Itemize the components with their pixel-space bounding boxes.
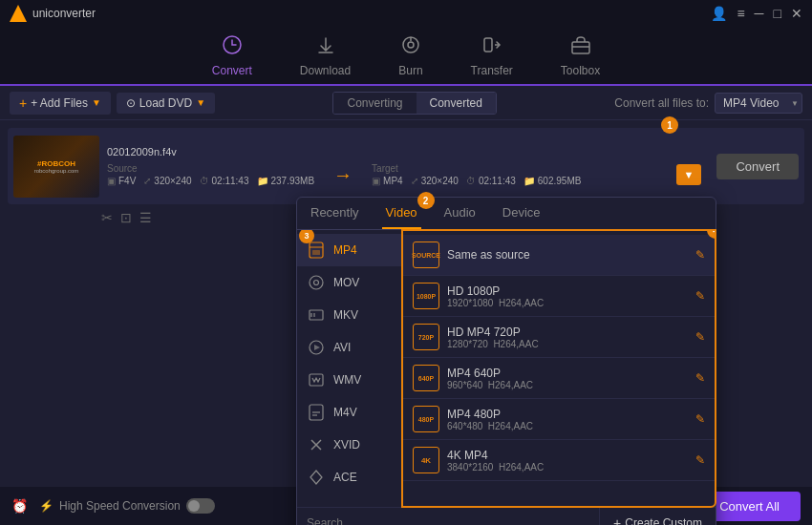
xvid-icon bbox=[307, 435, 326, 454]
preset-640p-edit[interactable]: ✎ bbox=[695, 371, 705, 385]
preset-720p[interactable]: 720P HD MP4 720P 1280*720 H264,AAC ✎ bbox=[403, 317, 715, 358]
preset-4k[interactable]: 4K 4K MP4 3840*2160 H264,AAC ✎ bbox=[403, 440, 715, 481]
format-select[interactable]: MP4 Video MOV Video MKV Video AVI Video bbox=[715, 93, 802, 114]
format-overlay: Recently Video 2 Audio Device bbox=[296, 197, 716, 525]
format-tab-device[interactable]: Device bbox=[499, 198, 545, 229]
preset-source-name: Same as source bbox=[447, 248, 688, 262]
add-files-button[interactable]: + + Add Files ▼ bbox=[10, 92, 111, 115]
xvid-label: XVID bbox=[333, 438, 360, 452]
preset-480p-info: MP4 480P 640*480 H264,AAC bbox=[447, 408, 688, 431]
minimize-icon[interactable]: ─ bbox=[755, 6, 764, 21]
window-controls[interactable]: 👤 ≡ ─ □ ✕ bbox=[711, 6, 802, 21]
format-tabs: Recently Video 2 Audio Device bbox=[297, 198, 716, 230]
preset-720p-name: HD MP4 720P bbox=[447, 326, 688, 339]
file-info: 02012009n.f4v Source ▣ F4V ⤢ 320×240 bbox=[107, 146, 701, 186]
format-wmv[interactable]: WMV bbox=[297, 364, 401, 396]
preset-1080p-name: HD 1080P bbox=[447, 284, 688, 298]
format-mp4[interactable]: MP4 3 bbox=[297, 234, 401, 266]
format-avi[interactable]: AVI bbox=[297, 331, 401, 364]
preset-640p-name: MP4 640P bbox=[447, 367, 688, 380]
format-tab-video[interactable]: Video 2 bbox=[382, 198, 421, 229]
format-tab-recently[interactable]: Recently bbox=[307, 198, 363, 229]
ace-icon bbox=[307, 468, 326, 487]
target-dur-icon: ⏱ bbox=[466, 176, 476, 186]
file-name: 02012009n.f4v bbox=[107, 146, 701, 158]
file-row: #ROBCOH robcohgroup.com 02012009n.f4v So… bbox=[8, 128, 804, 204]
preset-source-edit[interactable]: ✎ bbox=[695, 248, 705, 262]
preset-640p[interactable]: 640P MP4 640P 960*640 H264,AAC ✎ bbox=[403, 358, 715, 399]
format-select-wrapper[interactable]: MP4 Video MOV Video MKV Video AVI Video bbox=[715, 93, 802, 114]
target-format-dropdown[interactable]: ▼ bbox=[676, 164, 702, 185]
folder-icon: 📁 bbox=[257, 176, 268, 186]
svg-marker-25 bbox=[310, 471, 322, 484]
thumb-sub: robcohgroup.com bbox=[34, 168, 79, 174]
target-format-icon: ▣ bbox=[372, 176, 380, 186]
main-content: #ROBCOH robcohgroup.com 02012009n.f4v So… bbox=[0, 120, 812, 487]
load-dvd-button[interactable]: ⊙ Load DVD ▼ bbox=[117, 93, 215, 114]
mp4-icon bbox=[307, 241, 326, 260]
toolbar: + + Add Files ▼ ⊙ Load DVD ▼ Converting … bbox=[0, 86, 812, 120]
converting-tab[interactable]: Converting bbox=[333, 93, 416, 114]
mov-label: MOV bbox=[333, 276, 359, 289]
m4v-icon bbox=[307, 403, 326, 422]
preset-1080p-icon: 1080P bbox=[413, 283, 439, 309]
crop-icon[interactable]: ⊡ bbox=[120, 210, 132, 225]
thumb-text: #ROBCOH bbox=[37, 159, 75, 168]
nav-transfer[interactable]: Transfer bbox=[471, 34, 513, 77]
nav-burn[interactable]: Burn bbox=[398, 34, 422, 77]
create-plus-icon: + bbox=[613, 515, 621, 526]
badge-2: 2 bbox=[417, 192, 435, 209]
nav-download-label: Download bbox=[300, 64, 351, 77]
preset-1080p-info: HD 1080P 1920*1080 H264,AAC bbox=[447, 284, 688, 308]
preset-480p[interactable]: 480P MP4 480P 640*480 H264,AAC ✎ bbox=[403, 399, 715, 440]
target-folder-icon: 📁 bbox=[524, 176, 535, 186]
scissors-icon[interactable]: ✂ bbox=[101, 210, 113, 225]
format-mkv[interactable]: MKV bbox=[297, 299, 401, 331]
duration-icon: ⏱ bbox=[200, 176, 209, 186]
close-icon[interactable]: ✕ bbox=[791, 6, 802, 21]
convert-button[interactable]: Convert bbox=[716, 154, 799, 179]
menu-icon[interactable]: ≡ bbox=[737, 6, 744, 21]
badge-1: 1 bbox=[661, 116, 678, 134]
convert-all-to-section: Convert all files to: MP4 Video MOV Vide… bbox=[614, 93, 802, 114]
nav-bar: Convert Download Burn Tran bbox=[0, 27, 812, 86]
convert-nav-icon bbox=[222, 34, 243, 60]
format-search-input[interactable] bbox=[297, 508, 599, 525]
source-label: Source bbox=[107, 163, 314, 174]
nav-convert[interactable]: Convert bbox=[212, 34, 252, 77]
m4v-label: M4V bbox=[333, 406, 357, 419]
speed-toggle[interactable] bbox=[186, 498, 215, 514]
effects-icon[interactable]: ☰ bbox=[139, 210, 152, 225]
preset-480p-detail: 640*480 H264,AAC bbox=[447, 421, 688, 431]
convert-all-to-label: Convert all files to: bbox=[614, 96, 709, 110]
svg-rect-11 bbox=[312, 250, 320, 255]
maximize-icon[interactable]: □ bbox=[774, 6, 781, 21]
nav-toolbox[interactable]: Toolbox bbox=[561, 34, 600, 77]
preset-480p-edit[interactable]: ✎ bbox=[695, 412, 705, 426]
burn-nav-icon bbox=[400, 34, 421, 60]
create-custom-button[interactable]: + Create Custom bbox=[599, 508, 716, 525]
format-m4v[interactable]: M4V bbox=[297, 396, 401, 429]
user-icon[interactable]: 👤 bbox=[711, 6, 727, 21]
source-resolution: ⤢ 320×240 bbox=[143, 176, 191, 186]
load-dvd-dropdown-icon[interactable]: ▼ bbox=[196, 97, 205, 108]
schedule-icon[interactable]: ⏰ bbox=[11, 498, 28, 514]
preset-1080p[interactable]: 1080P HD 1080P 1920*1080 H264,AAC ✎ bbox=[403, 276, 715, 317]
preset-4k-edit[interactable]: ✎ bbox=[695, 453, 705, 467]
format-mov[interactable]: MOV bbox=[297, 266, 401, 299]
preset-720p-edit[interactable]: ✎ bbox=[695, 330, 705, 344]
format-ace[interactable]: ACE bbox=[297, 461, 401, 494]
nav-download[interactable]: Download bbox=[300, 34, 351, 77]
format-tab-audio[interactable]: Audio bbox=[440, 198, 480, 229]
preset-480p-name: MP4 480P bbox=[447, 408, 688, 421]
mov-icon bbox=[307, 273, 326, 292]
target-res-icon: ⤢ bbox=[411, 176, 418, 186]
source-size: 📁 237.93MB bbox=[257, 176, 315, 186]
add-files-dropdown-icon[interactable]: ▼ bbox=[92, 97, 101, 108]
source-format: ▣ F4V bbox=[107, 176, 136, 186]
preset-same-source[interactable]: SOURCE Same as source ✎ bbox=[403, 235, 715, 276]
converted-tab[interactable]: Converted bbox=[417, 93, 496, 114]
format-xvid[interactable]: XVID bbox=[297, 429, 401, 461]
svg-point-3 bbox=[408, 42, 414, 48]
preset-1080p-edit[interactable]: ✎ bbox=[695, 289, 705, 303]
